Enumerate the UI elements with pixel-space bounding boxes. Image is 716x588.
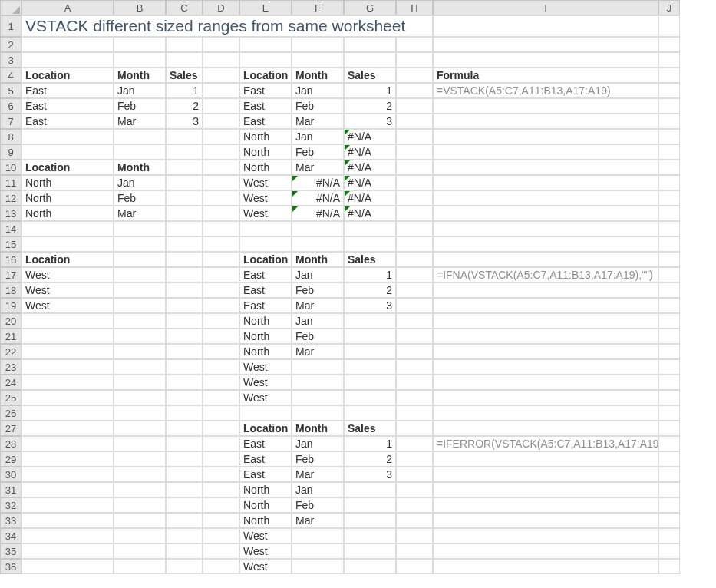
row-header-26[interactable]: 26: [0, 405, 21, 421]
cell-D10[interactable]: [203, 160, 239, 175]
cell-E25[interactable]: West: [239, 390, 292, 405]
cell-I6[interactable]: [433, 98, 658, 114]
col-header-I[interactable]: I: [433, 0, 658, 15]
cell-J36[interactable]: [658, 559, 680, 574]
cell-D30[interactable]: [203, 467, 239, 482]
cell-D16[interactable]: [203, 252, 239, 267]
cell-C35[interactable]: [166, 543, 203, 559]
cell-D2[interactable]: [203, 37, 239, 52]
cell-B36[interactable]: [114, 559, 166, 574]
row-header-30[interactable]: 30: [0, 467, 21, 482]
cell-G11[interactable]: #N/A: [344, 175, 396, 190]
cell-F22[interactable]: Mar: [292, 344, 344, 359]
cell-G34[interactable]: [344, 528, 396, 543]
cell-A15[interactable]: [21, 236, 114, 252]
cell-C15[interactable]: [166, 236, 203, 252]
cell-F21[interactable]: Feb: [292, 329, 344, 344]
cell-G12[interactable]: #N/A: [344, 190, 396, 206]
cell-G9[interactable]: #N/A: [344, 144, 396, 160]
row-header-13[interactable]: 13: [0, 206, 21, 221]
cell-C30[interactable]: [166, 467, 203, 482]
cell-J4[interactable]: [658, 68, 680, 83]
cell-F4[interactable]: Month: [292, 68, 344, 83]
cell-C34[interactable]: [166, 528, 203, 543]
cell-J3[interactable]: [658, 52, 680, 68]
cell-I31[interactable]: [433, 482, 658, 497]
cell-J19[interactable]: [658, 298, 680, 313]
cell-A31[interactable]: [21, 482, 114, 497]
cell-I16[interactable]: [433, 252, 658, 267]
cell-F15[interactable]: [292, 236, 344, 252]
cell-A9[interactable]: [21, 144, 114, 160]
cell-F13[interactable]: #N/A: [292, 206, 344, 221]
cell-A16[interactable]: Location: [21, 252, 114, 267]
row-header-33[interactable]: 33: [0, 513, 21, 528]
cell-I22[interactable]: [433, 344, 658, 359]
cell-D22[interactable]: [203, 344, 239, 359]
cell-I11[interactable]: [433, 175, 658, 190]
cell-B29[interactable]: [114, 451, 166, 467]
cell-H4[interactable]: [396, 68, 433, 83]
cell-A34[interactable]: [21, 528, 114, 543]
col-header-E[interactable]: E: [239, 0, 292, 15]
row-header-8[interactable]: 8: [0, 129, 21, 144]
cell-I32[interactable]: [433, 497, 658, 513]
row-header-11[interactable]: 11: [0, 175, 21, 190]
cell-B16[interactable]: [114, 252, 166, 267]
cell-A26[interactable]: [21, 405, 114, 421]
cell-H32[interactable]: [396, 497, 433, 513]
cell-E32[interactable]: North: [239, 497, 292, 513]
cell-B26[interactable]: [114, 405, 166, 421]
row-header-5[interactable]: 5: [0, 83, 21, 98]
cell-D24[interactable]: [203, 375, 239, 390]
cell-D36[interactable]: [203, 559, 239, 574]
cell-I7[interactable]: [433, 114, 658, 129]
cell-B33[interactable]: [114, 513, 166, 528]
cell-A27[interactable]: [21, 421, 114, 436]
cell-I13[interactable]: [433, 206, 658, 221]
cell-I5[interactable]: =VSTACK(A5:C7,A11:B13,A17:A19): [433, 83, 658, 98]
cell-G28[interactable]: 1: [344, 436, 396, 451]
cell-B7[interactable]: Mar: [114, 114, 166, 129]
cell-J31[interactable]: [658, 482, 680, 497]
cell-J20[interactable]: [658, 313, 680, 329]
cell-A5[interactable]: East: [21, 83, 114, 98]
cell-F31[interactable]: Jan: [292, 482, 344, 497]
cell-J21[interactable]: [658, 329, 680, 344]
cell-J22[interactable]: [658, 344, 680, 359]
cell-G14[interactable]: [344, 221, 396, 236]
cell-C3[interactable]: [166, 52, 203, 68]
cell-B28[interactable]: [114, 436, 166, 451]
cell-G29[interactable]: 2: [344, 451, 396, 467]
cell-D33[interactable]: [203, 513, 239, 528]
cell-I28[interactable]: =IFERROR(VSTACK(A5:C7,A11:B13,A17:A19),"…: [433, 436, 658, 451]
cell-D29[interactable]: [203, 451, 239, 467]
cell-F19[interactable]: Mar: [292, 298, 344, 313]
cell-I12[interactable]: [433, 190, 658, 206]
cell-F9[interactable]: Feb: [292, 144, 344, 160]
cell-C23[interactable]: [166, 359, 203, 375]
row-header-10[interactable]: 10: [0, 160, 21, 175]
cell-F24[interactable]: [292, 375, 344, 390]
row-header-27[interactable]: 27: [0, 421, 21, 436]
row-header-22[interactable]: 22: [0, 344, 21, 359]
cell-H34[interactable]: [396, 528, 433, 543]
cell-D15[interactable]: [203, 236, 239, 252]
cell-F6[interactable]: Feb: [292, 98, 344, 114]
cell-C16[interactable]: [166, 252, 203, 267]
cell-B5[interactable]: Jan: [114, 83, 166, 98]
cell-G10[interactable]: #N/A: [344, 160, 396, 175]
cell-D21[interactable]: [203, 329, 239, 344]
cell-D13[interactable]: [203, 206, 239, 221]
cell-C7[interactable]: 3: [166, 114, 203, 129]
cell-C24[interactable]: [166, 375, 203, 390]
cell-F20[interactable]: Jan: [292, 313, 344, 329]
cell-B14[interactable]: [114, 221, 166, 236]
cell-J2[interactable]: [658, 37, 680, 52]
cell-I10[interactable]: [433, 160, 658, 175]
cell-H11[interactable]: [396, 175, 433, 190]
cell-D17[interactable]: [203, 267, 239, 282]
cell-B20[interactable]: [114, 313, 166, 329]
row-header-25[interactable]: 25: [0, 390, 21, 405]
cell-F32[interactable]: Feb: [292, 497, 344, 513]
